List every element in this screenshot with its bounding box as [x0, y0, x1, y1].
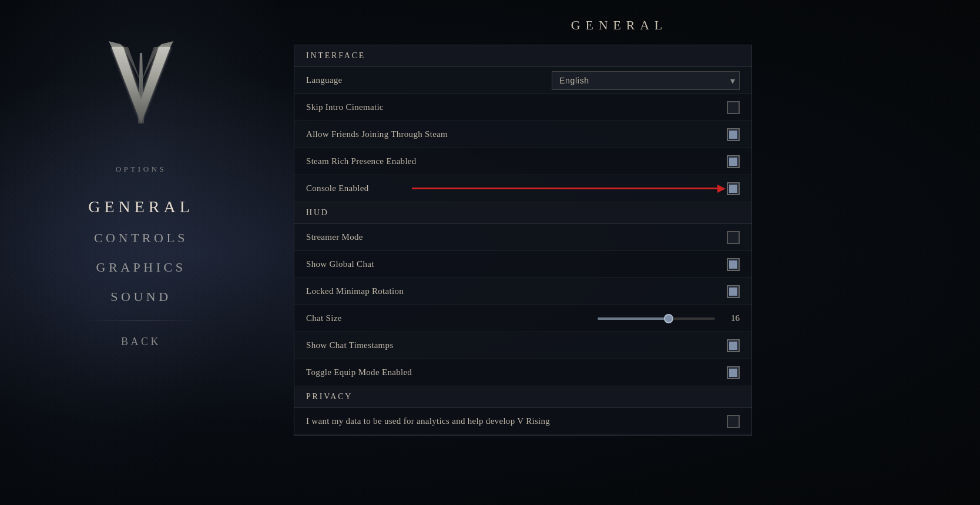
options-label: OPTIONS [116, 165, 167, 174]
sidebar-item-graphics[interactable]: GRAPHICS [0, 254, 282, 281]
console-enabled-control [727, 182, 740, 195]
interface-section-header: INTERFACE [294, 45, 751, 67]
logo-container [106, 35, 176, 141]
language-dropdown[interactable]: English French German Spanish [552, 71, 740, 90]
show-global-chat-setting-row: Show Global Chat [294, 251, 751, 278]
toggle-equip-setting-row: Toggle Equip Mode Enabled [294, 359, 751, 386]
sidebar-item-controls[interactable]: CONTROLS [0, 225, 282, 252]
show-timestamps-checkbox[interactable] [727, 339, 740, 352]
steam-rich-presence-setting-row: Steam Rich Presence Enabled [294, 148, 751, 175]
language-label: Language [306, 75, 343, 85]
locked-minimap-checkbox[interactable] [727, 285, 740, 298]
arrow-head [717, 185, 726, 193]
nav-divider [82, 320, 200, 320]
streamer-mode-control [727, 231, 740, 244]
back-button[interactable]: BACK [109, 330, 173, 354]
analytics-setting-row: I want my data to be used for analytics … [294, 408, 751, 435]
arrow-line [412, 188, 717, 189]
streamer-mode-setting-row: Streamer Mode [294, 224, 751, 251]
chat-size-setting-row: Chat Size 16 [294, 305, 751, 332]
streamer-mode-label: Streamer Mode [306, 232, 363, 242]
skip-intro-control [727, 101, 740, 114]
locked-minimap-setting-row: Locked Minimap Rotation [294, 278, 751, 305]
allow-friends-label: Allow Friends Joining Through Steam [306, 129, 448, 139]
toggle-equip-label: Toggle Equip Mode Enabled [306, 367, 412, 377]
privacy-section-header: PRIVACY [294, 386, 751, 408]
analytics-label: I want my data to be used for analytics … [306, 416, 550, 426]
main-content: GENERAL INTERFACE Language English Frenc… [282, 0, 980, 505]
show-global-chat-control [727, 258, 740, 271]
svg-marker-0 [112, 47, 141, 123]
sidebar-item-sound[interactable]: SOUND [0, 283, 282, 310]
hud-section-header: HUD [294, 202, 751, 224]
console-enabled-setting-row: Console Enabled [294, 175, 751, 202]
show-global-chat-checkbox[interactable] [727, 258, 740, 271]
allow-friends-setting-row: Allow Friends Joining Through Steam [294, 121, 751, 148]
game-logo [106, 35, 176, 129]
settings-panel: INTERFACE Language English French German… [294, 45, 752, 436]
toggle-equip-checkbox[interactable] [727, 366, 740, 379]
analytics-control [727, 415, 740, 428]
skip-intro-setting-row: Skip Intro Cinematic [294, 94, 751, 121]
allow-friends-checkbox[interactable] [727, 128, 740, 141]
svg-marker-4 [159, 41, 173, 47]
svg-marker-2 [138, 53, 144, 123]
language-dropdown-wrapper: English French German Spanish [552, 71, 740, 90]
chat-size-control: 16 [598, 313, 740, 323]
language-control: English French German Spanish [552, 71, 740, 90]
show-timestamps-control [727, 339, 740, 352]
chat-size-label: Chat Size [306, 313, 342, 323]
locked-minimap-control [727, 285, 740, 298]
page-title: GENERAL [294, 18, 945, 33]
skip-intro-checkbox[interactable] [727, 101, 740, 114]
steam-rich-presence-control [727, 155, 740, 168]
chat-size-value: 16 [723, 313, 740, 323]
streamer-mode-checkbox[interactable] [727, 231, 740, 244]
svg-marker-3 [109, 41, 123, 47]
language-setting-row: Language English French German Spanish [294, 67, 751, 94]
steam-rich-presence-checkbox[interactable] [727, 155, 740, 168]
toggle-equip-control [727, 366, 740, 379]
show-global-chat-label: Show Global Chat [306, 259, 374, 269]
nav-menu: GENERAL CONTROLS GRAPHICS SOUND BACK [0, 192, 282, 354]
steam-rich-presence-label: Steam Rich Presence Enabled [306, 156, 417, 166]
locked-minimap-label: Locked Minimap Rotation [306, 286, 404, 296]
console-enabled-label: Console Enabled [306, 183, 369, 193]
allow-friends-control [727, 128, 740, 141]
analytics-checkbox[interactable] [727, 415, 740, 428]
sidebar-item-general[interactable]: GENERAL [0, 192, 282, 222]
show-timestamps-setting-row: Show Chat Timestamps [294, 332, 751, 359]
chat-size-slider[interactable] [598, 317, 715, 320]
sidebar: OPTIONS GENERAL CONTROLS GRAPHICS SOUND … [0, 0, 282, 505]
svg-marker-1 [141, 47, 170, 123]
console-enabled-checkbox[interactable] [727, 182, 740, 195]
show-timestamps-label: Show Chat Timestamps [306, 340, 394, 350]
skip-intro-label: Skip Intro Cinematic [306, 102, 384, 112]
arrow-annotation [412, 185, 726, 193]
